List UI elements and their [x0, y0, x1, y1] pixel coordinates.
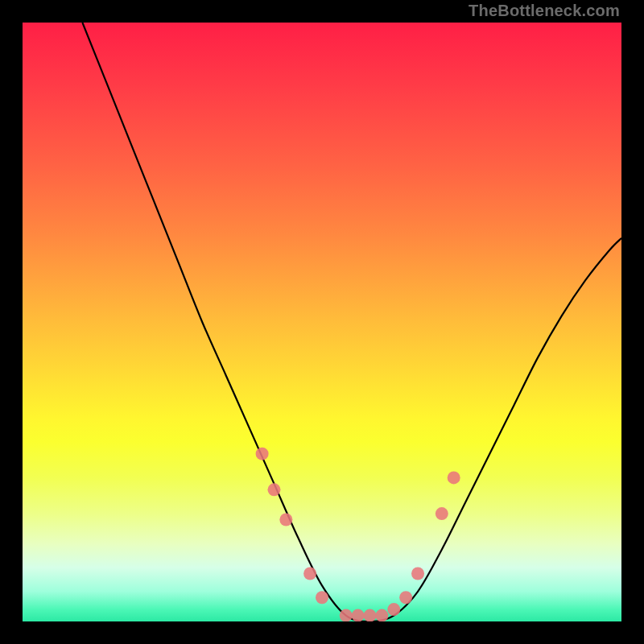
highlight-dot [387, 603, 400, 616]
watermark-text: TheBottleneck.com [469, 2, 620, 20]
highlight-dot [316, 591, 328, 604]
bottleneck-curve [82, 23, 621, 621]
highlight-dot [352, 609, 365, 621]
highlight-dot [267, 483, 280, 496]
highlight-dot [364, 609, 377, 621]
highlight-dot [436, 507, 448, 520]
marker-group [256, 448, 460, 621]
highlight-dot [375, 609, 388, 621]
chart-frame: TheBottleneck.com [0, 0, 644, 644]
plot-area [23, 23, 621, 621]
highlight-dot [448, 471, 460, 484]
highlight-dot [411, 567, 424, 580]
highlight-dot [256, 448, 269, 460]
highlight-dot [340, 609, 353, 621]
highlight-dot [279, 514, 292, 526]
highlight-dot [303, 567, 316, 580]
highlight-dot [399, 591, 412, 604]
curve-layer [23, 23, 621, 621]
